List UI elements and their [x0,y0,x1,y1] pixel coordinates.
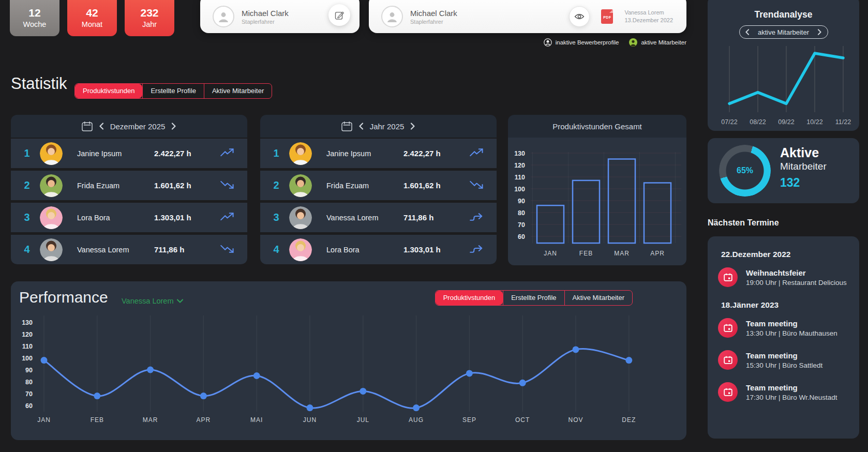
ranking-row-janine-ipsum[interactable]: 1 Janine Ipsum 2.422,27 h [11,139,247,168]
bar-chart-title: Produktivstunden Gesamt [508,115,686,138]
status-legend: inaktive Bewerberprofile aktive Mitarbei… [544,38,686,47]
performance-tab-erstellte-profile[interactable]: Erstellte Profile [503,291,564,305]
performance-tabs: ProduktivstundenErstellte ProfileAktive … [435,290,633,306]
svg-text:80: 80 [518,209,525,217]
event-title: Team meeting [746,383,837,392]
person-filled-icon [629,38,637,47]
trend-flat-icon [470,212,497,223]
ranking-month-list: 1 Janine Ipsum 2.422,27 h 2 Frida Ezuam … [11,139,247,264]
trend-up-icon [220,212,247,223]
person-outline-icon [544,38,552,47]
svg-text:AUG: AUG [409,416,424,424]
person-select-dropdown[interactable]: Vanessa Lorem [122,297,183,305]
bar-chart-card: Produktivstunden Gesamt 1301201101009080… [508,115,686,265]
hours-value: 1.303,01 h [403,245,470,254]
svg-text:FEB: FEB [579,250,593,257]
event-title: Weihnachtsfeier [746,268,847,277]
hours-value: 711,86 h [154,245,220,254]
page-title: Statistik [11,74,67,93]
view-profile-button[interactable] [569,6,590,27]
stat-card-monat[interactable]: 42Monat [67,0,117,36]
event-detail: 17:30 Uhr | Büro Wr.Neustadt [746,394,837,401]
svg-text:130: 130 [22,319,33,326]
pdf-file-icon[interactable]: PDF [601,9,613,24]
ranking-row-janine-ipsum[interactable]: 1 Janine Ipsum 2.422,27 h [260,139,497,168]
event-detail: 19:00 Uhr | Restaurant Delicious [746,279,847,287]
ranking-row-vanessa-lorem[interactable]: 3 Vanessa Lorem 711,86 h [260,203,497,232]
svg-text:120: 120 [514,162,525,169]
svg-text:MAR: MAR [143,416,158,424]
svg-text:70: 70 [518,221,525,229]
stat-card-woche[interactable]: 12Woche [10,0,59,36]
svg-text:08/22: 08/22 [750,118,766,126]
ranking-row-frida-ezuam[interactable]: 2 Frida Ezuam 1.601,62 h [11,171,247,200]
svg-text:60: 60 [518,233,525,240]
event-calendar-icon [718,382,738,402]
pdf-meta-name: Vanessa Lorem [624,9,673,17]
prev-year-button[interactable] [358,123,364,130]
active-employees-word2: Mitarbeiter [780,161,827,172]
ranking-row-lora-bora[interactable]: 4 Lora Bora 1.303,01 h [260,235,497,264]
stat-cards: 12Woche42Monat232Jahr [10,0,174,36]
trend-down-icon [220,180,247,191]
ranking-row-frida-ezuam[interactable]: 2 Frida Ezuam 1.601,62 h [260,171,497,200]
ranking-year-list: 1 Janine Ipsum 2.422,27 h 2 Frida Ezuam … [260,139,497,264]
svg-text:FEB: FEB [91,416,104,424]
svg-text:NOV: NOV [568,416,583,424]
stat-value: 232 [140,7,158,19]
employee-name: Frida Ezuam [319,182,403,190]
edit-profile-button[interactable] [328,4,350,26]
ranking-row-vanessa-lorem[interactable]: 4 Vanessa Lorem 711,86 h [11,235,247,264]
ranking-card-month: Dezember 2025 1 Janine Ipsum 2.422,27 h … [11,115,247,265]
svg-text:90: 90 [518,198,525,205]
statistik-tab-aktive-mitarbeiter[interactable]: Aktive Mitarbeiter [204,84,272,98]
ranking-year-header: Jahr 2025 [260,115,497,138]
appointments-heading: Nächsten Termine [708,218,779,228]
svg-text:120: 120 [22,331,33,338]
appointment-team-meeting[interactable]: Team meeting 13:30 Uhr | Büro Mauthausen [718,318,849,338]
appointment-team-meeting[interactable]: Team meeting 15:30 Uhr | Büro Sattledt [718,350,849,370]
stat-label: Woche [23,20,47,28]
active-employees-card: 65% Aktive Mitarbeiter 132 [708,138,859,203]
svg-text:60: 60 [25,402,33,410]
hours-value: 2.422,27 h [154,149,220,158]
svg-text:70: 70 [25,390,33,398]
stat-card-jahr[interactable]: 232Jahr [125,0,174,36]
avatar [40,174,63,197]
svg-text:MAI: MAI [250,416,263,424]
next-year-button[interactable] [410,123,415,130]
active-employees-count: 132 [780,176,827,190]
performance-tab-produktivstunden[interactable]: Produktivstunden [436,291,503,305]
avatar-placeholder-icon [381,6,403,27]
trend-flat-icon [470,244,497,255]
prev-month-button[interactable] [99,123,104,130]
appointment-team-meeting[interactable]: Team meeting 17:30 Uhr | Büro Wr.Neustad… [718,382,849,402]
ranking-month-header: Dezember 2025 [11,115,247,138]
pdf-meta: Vanessa Lorem 13.Dezember 2022 [624,9,673,24]
avatar [289,238,312,261]
stat-value: 42 [86,7,98,19]
employee-name: Frida Ezuam [70,182,154,190]
avatar [289,174,312,197]
appointment-weihnachtsfeier[interactable]: Weihnachtsfeier 19:00 Uhr | Restaurant D… [718,267,849,287]
legend-active-label: aktive Mitarbeiter [641,39,686,46]
ranking-row-lora-bora[interactable]: 3 Lora Bora 1.303,01 h [11,203,247,232]
pdf-meta-date: 13.Dezember 2022 [624,17,673,24]
donut-percentage: 65% [719,145,771,197]
next-month-button[interactable] [171,123,176,130]
rank-number: 2 [14,179,40,191]
performance-tab-aktive-mitarbeiter[interactable]: Aktive Mitarbeiter [564,291,632,305]
statistik-tab-erstellte-profile[interactable]: Erstellte Profile [142,84,203,98]
profile-card-view: Michael Clark Staplerfahrer PDF Vanessa … [369,0,686,33]
employee-name: Janine Ipsum [70,149,154,158]
event-calendar-icon [718,267,738,287]
profile-name: Michael Clark [242,9,289,18]
hours-value: 1.601,62 h [154,181,220,190]
statistik-tab-produktivstunden[interactable]: Produktivstunden [75,84,142,98]
rank-number: 4 [14,244,40,255]
trend-card: Trendanalyse aktive Mitarbeiter 07/2208/… [708,0,859,131]
svg-text:MAR: MAR [614,250,630,257]
hours-value: 1.303,01 h [154,213,220,222]
stat-label: Monat [82,20,102,28]
trend-up-icon [470,148,497,159]
